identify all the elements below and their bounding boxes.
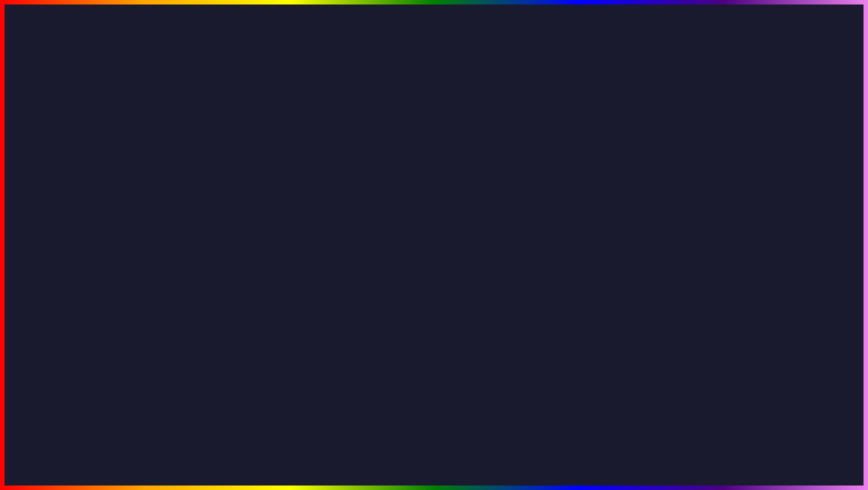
skill-f-checkbox[interactable]: ✓ [143,216,150,223]
footer-icon-3[interactable]: 📊 [97,239,104,246]
auto-obs-v2-checkbox[interactable] [256,226,262,232]
close-button[interactable]: ✕ [257,143,262,150]
footer-icon-6[interactable]: 🎯 [162,239,170,246]
right-discord-icon[interactable]: D [593,143,602,150]
left-panel: ≡≡ FULL HUB BLOX FRUIT - 3RD WORLD D ✕ K… [43,139,268,249]
skill-z-row: ≡ Use Skill Z ✓ [46,172,152,181]
esp-section: ≡ Chest ESP ✓ ≡ Player ESP ✓ ≡ Devil Fru… [506,156,613,241]
skill-f-icon: ≡ [48,217,54,222]
health-input[interactable] [248,155,264,162]
right-footer-icon-4[interactable]: 👥 [467,247,475,254]
skill-v-checkbox[interactable] [143,205,150,212]
fruit-esp-label: Fruit ESP [518,190,602,196]
start-raid-button[interactable]: ✦ Start Raid ✦ [398,226,497,238]
right-footer-icon-7[interactable]: 🎮 [532,247,540,254]
auto-farm-obs-hop-checkbox[interactable] [256,215,262,222]
footer-icon-7[interactable]: 🎮 [184,239,192,246]
auto-serpent-checkbox[interactable] [256,184,262,190]
footer-icon-2[interactable]: 🔄 [75,239,82,246]
skill-z-checkbox[interactable]: ✓ [143,173,150,179]
left-panel-subtitle: BLOX FRUIT - 3RD WORLD [97,144,160,149]
player-esp-checkbox[interactable]: ✓ [604,168,611,174]
auto-farm-obs-checkbox[interactable] [256,205,262,211]
auto-obs-v2-label: Auto Observation V2 [170,227,254,232]
left-panel-icons: D ✕ [244,143,262,150]
skull-container: 💀 [739,414,793,454]
right-footer-icon-6[interactable]: 🎯 [510,247,518,254]
skill-v-row: ≡ Use Skill V [46,204,152,213]
right-panel-title: FULL HUB [407,143,442,150]
main-title-container: BLOX FRUITS [0,4,868,76]
skills-column: ≡ Use Skill Z ✓ ≡ Use Skill X ✓ ≡ Use Sk… [46,172,152,234]
right-panel-subtitle: BLOX FRUIT - 3RD WORLD [445,144,508,149]
raid-option-phoenix[interactable]: Bird: Phoenix [397,191,499,199]
select-raid-arrow[interactable]: ▲ [494,170,499,176]
auto-farm-obs-icon: ≡ [161,205,167,210]
footer-icon-10[interactable]: 👤 [250,239,258,246]
slider-thumb[interactable] [173,163,177,168]
chest-esp-checkbox[interactable]: ✓ [604,157,611,164]
skill-z-icon: ≡ [48,174,54,179]
main-container: ★ BLOX FRUITS ≡≡ FULL HUB BLOX FRUIT - 3… [0,0,868,490]
skill-v-label: Use Skill V [57,206,141,211]
auto-farm-obs-hop-icon: ≡ [161,216,167,221]
skill-c-row: ≡ Use Skill C [46,193,152,202]
skull-face: 💀 [751,421,782,451]
raid-title: [ \ Auto Raid // ] [395,156,501,168]
raid-option-sand[interactable]: Sand [397,181,499,189]
auto-farm-text: AUTO FARM [27,403,333,455]
right-footer-icon-2[interactable]: 🔄 [423,247,431,254]
devil-fruit-esp-checkbox[interactable]: ✓ [604,179,611,185]
right-footer-icon-1[interactable]: 👤 [401,247,409,254]
footer-icon-9[interactable]: 📱 [228,239,236,246]
right-footer-icon-3[interactable]: 📊 [445,247,453,254]
chest-esp-check: ✓ [606,158,609,163]
fruit-esp-icon: ≡ [509,191,515,196]
right-panel-footer: 👤 🔄 📊 👥 👁 🎯 🎮 🛒 📱 👤 [392,244,615,256]
skill-x-checkbox[interactable]: ✓ [143,184,150,190]
left-panel-header-left: ≡≡ FULL HUB BLOX FRUIT - 3RD WORLD [48,143,160,150]
right-footer-icon-5[interactable]: 👁 [489,247,496,254]
right-footer-icon-9[interactable]: 📱 [577,247,584,254]
slider-fill [46,165,177,166]
skill-z-check: ✓ [145,174,148,179]
script-text: SCRIPT [342,422,481,453]
footer-icon-1[interactable]: 👤 [53,239,60,246]
npc-esp-row: ≡ Npc ESP ✓ [507,210,613,219]
right-close-button[interactable]: ✕ [605,143,611,150]
fruit-esp-checkbox[interactable]: ✓ [604,190,611,196]
bottom-text-area: AUTO FARM SCRIPT PASTEBIN 💀 BL OX FRUITS [27,403,841,483]
fruit-esp-row: ≡ Fruit ESP ✓ [507,188,613,197]
fruit-esp-check: ✓ [606,191,609,196]
skill-x-row: ≡ Use Skill X ✓ [46,183,152,192]
right-panel: ≡≡ FULL HUB BLOX FRUIT - 3RD WORLD D ✕ [… [391,139,616,257]
skill-c-checkbox[interactable] [143,195,150,201]
buy-microchip-button[interactable]: Buy Special Microchip [398,212,497,224]
candy-cane-right2 [715,126,742,261]
raid-option-dough[interactable]: Dough [397,200,499,209]
footer-icon-4[interactable]: 👥 [119,239,126,246]
raid-select-row: Select Raid : ▲ [395,168,501,179]
devil-fruit-esp-icon: ≡ [509,180,515,185]
auto-obs-v2-row: ≡ Auto Observation V2 [159,225,264,234]
right-footer-icon-8[interactable]: 🛒 [555,247,562,254]
npc-esp-check: ✓ [606,212,609,217]
left-panel-title: FULL HUB [58,143,93,150]
auto-serpent-icon: ≡ [161,185,167,190]
auto-musketer-checkbox[interactable] [256,173,262,179]
footer-icon-5[interactable]: 👁 [141,239,147,246]
skill-f-check: ✓ [145,217,148,222]
slider-track[interactable] [46,165,264,166]
npc-esp-checkbox[interactable]: ✓ [604,211,611,218]
auto-farm-obs-label: Auto Farm Observation [170,205,254,210]
island-esp-checkbox[interactable]: ✓ [604,200,611,207]
discord-icon[interactable]: D [244,143,253,150]
player-esp-check: ✓ [606,169,609,174]
devil-fruit-esp-check: ✓ [606,180,609,185]
skill-f-label: Use Skill F [57,217,141,222]
right-footer-icon-10[interactable]: 👤 [599,247,606,254]
right-panel-header: ≡≡ FULL HUB BLOX FRUIT - 3RD WORLD D ✕ [392,140,615,153]
footer-icon-8[interactable]: 🛒 [206,239,214,246]
skill-c-label: Use Skill C [57,195,141,200]
auto-farm-obs-hop-row: ≡ Auto Farm Observation Hop [159,214,264,223]
